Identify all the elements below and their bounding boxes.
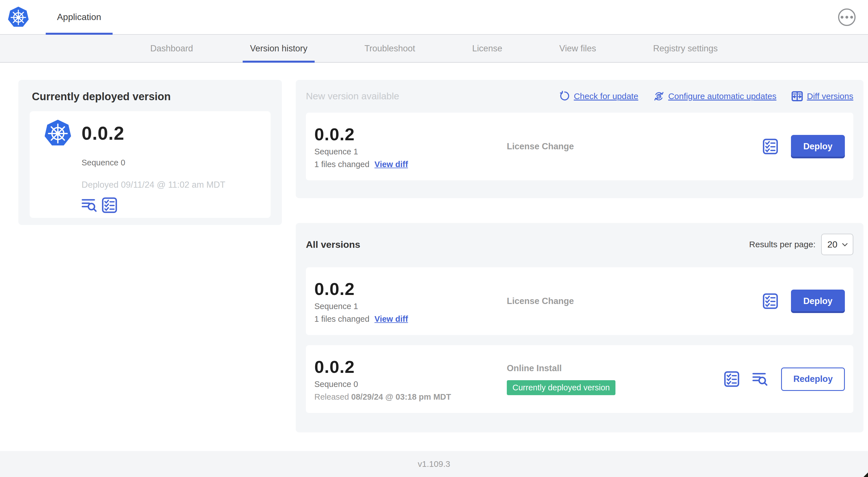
currently-deployed-badge: Currently deployed version [507,380,615,395]
app-footer: v1.109.3 [0,451,868,477]
redeploy-button[interactable]: Redeploy [781,367,845,391]
version-source: Online Install [507,363,724,374]
checklist-icon [763,139,778,154]
logs-magnifier-icon [82,198,97,212]
diff-columns-icon [792,91,803,101]
results-per-page-label: Results per page: [749,240,815,249]
version-number: 0.0.2 [314,357,507,377]
tab-dashboard[interactable]: Dashboard [143,35,200,62]
view-logs-button[interactable] [752,372,768,386]
ellipsis-icon [841,16,843,19]
released-timestamp: Released 08/29/24 @ 03:18 pm MDT [314,392,507,401]
new-version-title: New version available [306,91,399,101]
release-checks-button[interactable] [763,139,778,154]
app-title: Application [57,12,101,22]
tab-view-files[interactable]: View files [552,35,603,62]
checklist-icon [724,371,739,387]
tab-license[interactable]: License [465,35,509,62]
files-changed: 1 files changed [314,160,369,169]
all-versions-section: All versions Results per page: 20 0.0.2 … [296,223,864,433]
kubernetes-logo-icon [7,6,29,28]
console-version: v1.109.3 [417,459,450,469]
configure-automatic-updates-link[interactable]: Configure automatic updates [654,91,777,101]
refresh-icon [559,91,570,101]
diff-versions-link[interactable]: Diff versions [792,91,853,101]
cursor-artifact [864,473,868,477]
tab-registry-settings[interactable]: Registry settings [646,35,725,62]
release-checks-button[interactable] [724,371,739,387]
results-per-page-select[interactable]: 20 [821,234,853,255]
files-changed: 1 files changed [314,315,369,324]
chevron-down-icon [842,242,848,246]
deploy-button[interactable]: Deploy [791,290,845,313]
more-options-button[interactable] [838,8,856,26]
app-header: Application [0,0,868,35]
deployed-sequence: Sequence 0 [82,158,256,168]
view-diff-link[interactable]: View diff [374,160,408,169]
version-source: License Change [507,296,763,306]
version-row: 0.0.2 Sequence 1 1 files changed View di… [306,267,853,335]
release-checks-button[interactable] [763,293,778,309]
deployed-version-card: 0.0.2 Sequence 0 Deployed 09/11/24 @ 11:… [30,111,271,218]
deployed-version-number: 0.0.2 [82,122,124,144]
tab-version-history[interactable]: Version history [243,35,315,62]
check-for-update-link[interactable]: Check for update [559,91,638,101]
version-row: 0.0.2 Sequence 0 Released 08/29/24 @ 03:… [306,345,853,413]
checklist-icon [763,293,778,309]
tab-troubleshoot[interactable]: Troubleshoot [357,35,423,62]
app-tab-application[interactable]: Application [46,0,113,34]
all-versions-title: All versions [306,239,360,250]
deploy-button[interactable]: Deploy [791,135,845,158]
currently-deployed-title: Currently deployed version [32,91,271,103]
deployed-timestamp: Deployed 09/11/24 @ 11:02 am MDT [82,180,256,190]
right-column: New version available Check for update C… [296,80,864,433]
checklist-icon [102,197,117,213]
version-number: 0.0.2 [314,279,507,299]
main-content: Currently deployed version 0.0.2 Sequenc… [0,63,868,451]
new-version-row: 0.0.2 Sequence 1 1 files changed View di… [306,113,853,180]
version-sequence: Sequence 1 [314,147,507,156]
version-sequence: Sequence 1 [314,302,507,311]
version-number: 0.0.2 [314,124,507,144]
new-version-section: New version available Check for update C… [296,80,864,198]
view-diff-link[interactable]: View diff [374,315,408,324]
version-source: License Change [507,141,763,152]
version-sequence: Sequence 0 [314,380,507,389]
auto-update-clock-icon [654,91,664,101]
release-checks-button[interactable] [102,197,117,213]
app-version-logo-icon [44,119,72,147]
currently-deployed-section: Currently deployed version 0.0.2 Sequenc… [18,80,282,225]
logs-magnifier-icon [752,372,768,386]
main-nav: Dashboard Version history Troubleshoot L… [0,35,868,63]
view-logs-button[interactable] [82,198,97,212]
